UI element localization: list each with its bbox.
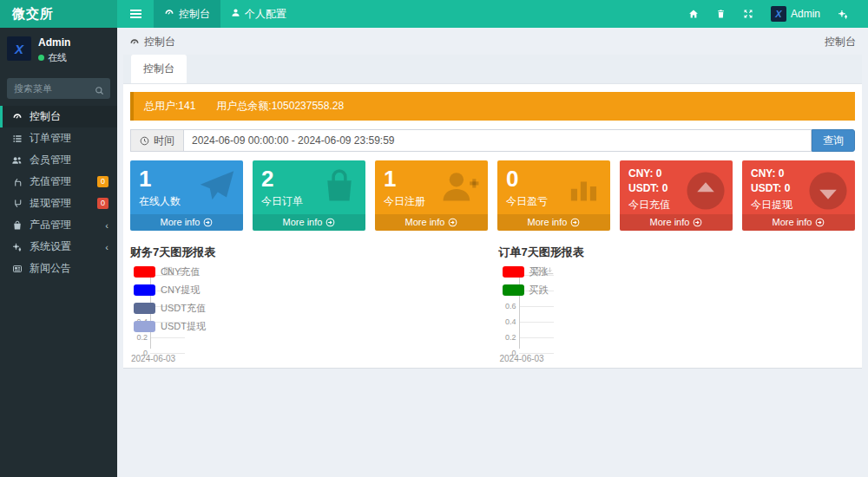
withdraw-badge: 0 bbox=[97, 198, 108, 209]
sidebar-item-orders[interactable]: 订单管理 bbox=[0, 127, 117, 149]
sidebar-item-recharge[interactable]: 充值管理 0 bbox=[0, 171, 117, 193]
sidebar-avatar: X bbox=[7, 36, 31, 61]
time-label: 时间 bbox=[130, 129, 183, 152]
charts-row: 财务7天图形报表 1 0.8 0.6 0.4 0.2 0 bbox=[130, 245, 855, 375]
today-deposit-box: CNY: 0 USDT: 0 今日充值 More info bbox=[620, 160, 733, 231]
nav-console-label: 控制台 bbox=[179, 7, 210, 22]
nav-profile[interactable]: 个人配置 bbox=[220, 0, 297, 28]
top-header: 微交所 控制台 个人配置 X Ad bbox=[0, 0, 868, 28]
sidebar-toggle-icon[interactable] bbox=[117, 0, 154, 28]
dashboard-icon bbox=[129, 37, 140, 48]
settings-button[interactable] bbox=[829, 9, 858, 20]
dashboard-icon bbox=[164, 8, 174, 21]
fullscreen-button[interactable] bbox=[734, 9, 762, 19]
date-range-input[interactable] bbox=[183, 129, 812, 152]
user-plus-icon bbox=[441, 167, 481, 209]
tab-bar: 控制台 bbox=[123, 55, 862, 84]
arrow-circle-right-icon bbox=[815, 218, 825, 227]
arrow-circle-down-icon bbox=[808, 171, 848, 214]
breadcrumb-left[interactable]: 控制台 bbox=[144, 35, 175, 49]
more-info-link[interactable]: More info bbox=[742, 214, 855, 231]
dashboard-icon bbox=[11, 112, 23, 122]
brand-logo[interactable]: 微交所 bbox=[0, 0, 117, 28]
sidebar-item-members[interactable]: 会员管理 bbox=[0, 149, 117, 171]
tab-console[interactable]: 控制台 bbox=[131, 55, 187, 83]
sidebar-item-withdraw[interactable]: 提现管理 0 bbox=[0, 193, 117, 214]
recharge-badge: 0 bbox=[97, 176, 108, 187]
total-balance: 用户总余额:1050237558.28 bbox=[216, 99, 344, 114]
nav-profile-label: 个人配置 bbox=[245, 7, 286, 22]
chevron-left-icon: ‹ bbox=[105, 242, 108, 252]
sidebar-user-panel: X Admin 在线 bbox=[0, 28, 117, 73]
x-axis-label: 2024-06-03 bbox=[131, 354, 175, 363]
more-info-link[interactable]: More info bbox=[253, 214, 365, 231]
more-info-link[interactable]: More info bbox=[375, 214, 488, 231]
sidebar-item-products[interactable]: 产品管理 ‹ bbox=[0, 214, 117, 236]
user-icon bbox=[231, 8, 240, 20]
cogs-icon bbox=[838, 9, 849, 20]
online-users-box: 1 在线人数 More info bbox=[130, 160, 243, 231]
hand-withdraw-icon bbox=[11, 199, 23, 209]
navbar-right: X Admin bbox=[680, 0, 868, 28]
chevron-left-icon: ‹ bbox=[105, 220, 108, 231]
time-filter: 时间 查询 bbox=[130, 129, 855, 152]
bar-chart-icon bbox=[565, 167, 603, 209]
top-navbar: 控制台 个人配置 X Admin bbox=[117, 0, 868, 28]
list-icon bbox=[11, 134, 23, 144]
tab-panel: 控制台 总用户:141 用户总余额:1050237558.28 时间 查询 bbox=[123, 55, 862, 369]
breadcrumb-right: 控制台 bbox=[825, 35, 856, 49]
arrow-circle-right-icon bbox=[570, 218, 580, 227]
sidebar-item-news[interactable]: 新闻公告 bbox=[0, 258, 117, 279]
finance-chart: 财务7天图形报表 1 0.8 0.6 0.4 0.2 0 bbox=[130, 245, 487, 375]
arrow-circle-right-icon bbox=[203, 218, 213, 227]
total-users: 总用户:141 bbox=[144, 99, 195, 114]
info-boxes: 1 在线人数 More info 2 今日订单 bbox=[130, 160, 855, 231]
home-icon bbox=[688, 9, 699, 19]
user-menu[interactable]: X Admin bbox=[762, 6, 829, 22]
arrow-circle-right-icon bbox=[448, 218, 457, 227]
shopping-bag-icon bbox=[11, 220, 23, 231]
users-icon bbox=[11, 155, 23, 166]
search-icon[interactable] bbox=[95, 83, 104, 99]
more-info-link[interactable]: More info bbox=[130, 214, 243, 231]
breadcrumb: 控制台 控制台 bbox=[117, 28, 868, 55]
finance-chart-legend[interactable]: CNY充值 CNY提现 USDT充值 USDT提现 bbox=[134, 265, 206, 338]
more-info-link[interactable]: More info bbox=[497, 214, 610, 231]
paper-plane-icon bbox=[198, 167, 236, 209]
today-registrations-box: 1 今日注册 More info bbox=[375, 160, 488, 231]
orders-chart-legend[interactable]: 买涨 买跌 bbox=[503, 265, 549, 302]
shopping-bag-icon bbox=[320, 167, 358, 209]
nav-console[interactable]: 控制台 bbox=[154, 0, 220, 28]
arrow-circle-right-icon bbox=[326, 218, 335, 227]
arrow-circle-right-icon bbox=[693, 218, 702, 227]
sidebar-search bbox=[7, 78, 110, 99]
today-withdraw-box: CNY: 0 USDT: 0 今日提现 More info bbox=[742, 160, 855, 231]
home-button[interactable] bbox=[680, 9, 707, 19]
finance-chart-plot[interactable]: 1 0.8 0.6 0.4 0.2 0 2024-06-03 bbox=[130, 264, 487, 371]
user-name-label: Admin bbox=[791, 8, 820, 20]
sidebar: X Admin 在线 控制台 订单管理 bbox=[0, 28, 117, 477]
orders-chart-plot[interactable]: 1 0.8 0.6 0.4 0.2 0 2024-06-03 bbox=[499, 264, 856, 371]
sidebar-user-name: Admin bbox=[38, 36, 70, 49]
finance-chart-title: 财务7天图形报表 bbox=[130, 245, 487, 260]
sidebar-item-settings[interactable]: 系统设置 ‹ bbox=[0, 236, 117, 258]
query-button[interactable]: 查询 bbox=[812, 129, 855, 152]
cogs-icon bbox=[11, 242, 23, 252]
more-info-link[interactable]: More info bbox=[620, 214, 733, 231]
user-avatar: X bbox=[771, 6, 786, 22]
sidebar-menu: 控制台 订单管理 会员管理 充值管理 0 提现管理 0 产 bbox=[0, 106, 117, 279]
clear-cache-button[interactable] bbox=[707, 9, 734, 19]
tab-content: 总用户:141 用户总余额:1050237558.28 时间 查询 1 bbox=[123, 84, 862, 369]
trash-icon bbox=[716, 9, 726, 19]
clock-icon bbox=[140, 136, 149, 146]
x-axis-label: 2024-06-03 bbox=[500, 354, 544, 363]
today-orders-box: 2 今日订单 More info bbox=[253, 160, 365, 231]
main-content: 控制台 控制台 控制台 总用户:141 用户总余额:1050237558.28 … bbox=[117, 28, 868, 477]
expand-icon bbox=[743, 9, 753, 19]
hand-recharge-icon bbox=[11, 177, 23, 187]
orders-chart: 订单7天图形报表 1 0.8 0.6 0.4 0.2 0 bbox=[499, 245, 856, 375]
arrow-circle-up-icon bbox=[686, 171, 726, 214]
sidebar-item-console[interactable]: 控制台 bbox=[0, 106, 117, 127]
stats-banner: 总用户:141 用户总余额:1050237558.28 bbox=[130, 92, 855, 121]
sidebar-user-status: 在线 bbox=[38, 51, 70, 64]
